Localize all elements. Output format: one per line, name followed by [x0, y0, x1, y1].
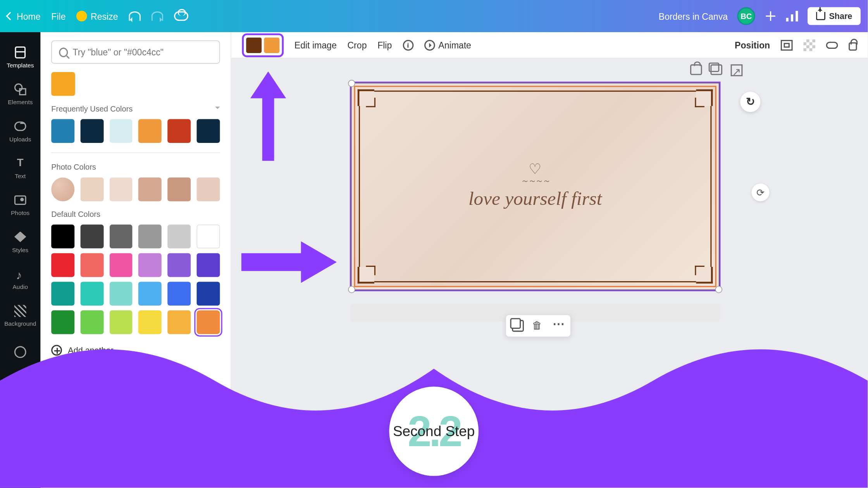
context-toolbar: Edit image Crop Flip i Animate Position — [231, 32, 868, 58]
add-collaborator-icon[interactable] — [765, 10, 777, 22]
flip-button[interactable]: Flip — [377, 40, 392, 50]
default-color-swatch[interactable] — [168, 310, 191, 334]
rail-templates[interactable]: Templates — [0, 38, 41, 75]
photo-color-swatch[interactable] — [51, 177, 74, 201]
freq-color-swatch[interactable] — [139, 119, 162, 143]
crop-button[interactable]: Crop — [347, 40, 367, 50]
annotation-arrow-right — [236, 232, 343, 292]
resize-button[interactable]: Resize — [76, 11, 118, 22]
recent-swatch[interactable] — [51, 72, 75, 96]
rail-background[interactable]: Background — [0, 297, 41, 333]
share-button[interactable]: Share — [808, 7, 861, 25]
back-home-button[interactable]: Home — [7, 11, 40, 21]
default-color-swatch[interactable] — [80, 310, 103, 334]
photo-color-swatch[interactable] — [109, 177, 133, 201]
rail-audio[interactable]: Audio — [0, 260, 41, 297]
photo-color-swatch[interactable] — [168, 177, 191, 201]
document-title[interactable]: Borders in Canva — [659, 11, 728, 21]
design-canvas[interactable]: ♡ ～～～～ love yourself first — [350, 82, 720, 290]
undo-icon[interactable] — [129, 11, 141, 21]
notes-icon[interactable] — [241, 474, 250, 482]
default-color-swatch[interactable] — [51, 282, 74, 306]
resize-handle[interactable] — [715, 286, 722, 293]
default-color-swatch[interactable] — [197, 253, 220, 277]
flourish-icon: ～～～～ — [521, 176, 549, 187]
file-menu[interactable]: File — [51, 11, 65, 21]
elements-icon — [14, 83, 26, 95]
default-color-swatch[interactable] — [197, 225, 220, 249]
rail-uploads[interactable]: Uploads — [0, 112, 41, 149]
default-color-swatch[interactable] — [168, 253, 191, 277]
default-color-swatch[interactable] — [197, 310, 220, 334]
layers-icon[interactable] — [781, 40, 793, 50]
help-icon[interactable]: ? — [846, 472, 858, 484]
info-icon[interactable]: i — [403, 40, 413, 50]
sync-icon[interactable] — [751, 184, 769, 201]
photo-color-swatch[interactable] — [80, 177, 103, 201]
regenerate-icon[interactable] — [740, 92, 760, 112]
freq-color-swatch[interactable] — [51, 119, 74, 143]
default-color-swatch[interactable] — [168, 225, 191, 249]
freq-color-swatch[interactable] — [168, 119, 191, 143]
default-color-swatch[interactable] — [51, 310, 74, 334]
default-color-swatch[interactable] — [139, 225, 162, 249]
edit-image-button[interactable]: Edit image — [294, 40, 337, 50]
link-icon[interactable] — [826, 41, 838, 48]
photo-color-swatch[interactable] — [139, 177, 162, 201]
rail-photos[interactable]: Photos — [0, 186, 41, 223]
default-color-swatch[interactable] — [139, 310, 162, 334]
default-color-swatch[interactable] — [139, 253, 162, 277]
rail-text[interactable]: T Text — [0, 149, 41, 186]
page-duplicate-icon[interactable] — [710, 64, 722, 75]
insights-icon[interactable] — [786, 11, 798, 22]
fullscreen-icon[interactable] — [831, 473, 840, 483]
default-color-swatch[interactable] — [80, 282, 103, 306]
default-color-swatch[interactable] — [109, 253, 133, 277]
freq-color-swatch[interactable] — [80, 119, 103, 143]
default-color-swatch[interactable] — [109, 310, 133, 334]
freq-color-swatch[interactable] — [197, 119, 220, 143]
resize-handle[interactable] — [348, 80, 355, 87]
animate-button[interactable]: Animate — [424, 40, 471, 50]
default-color-swatch[interactable] — [109, 225, 133, 249]
step-badge: 2.2 Second Step — [389, 387, 479, 476]
lock-icon[interactable] — [849, 42, 857, 50]
trash-icon[interactable] — [532, 320, 544, 332]
rail-styles[interactable]: Styles — [0, 223, 41, 259]
default-color-swatch[interactable] — [51, 253, 74, 277]
default-color-swatch[interactable] — [139, 282, 162, 306]
page-export-icon[interactable] — [731, 64, 743, 75]
color-swatch-1[interactable] — [246, 37, 262, 53]
add-another-button[interactable]: Add another — [51, 345, 220, 356]
photo-color-swatch[interactable] — [197, 177, 220, 201]
default-color-swatch[interactable] — [197, 282, 220, 306]
more-icon — [14, 346, 26, 358]
cloud-save-icon[interactable] — [174, 11, 188, 21]
rail-elements[interactable]: Elements — [0, 75, 41, 112]
chevron-down-icon[interactable] — [215, 107, 220, 111]
page-unlock-icon[interactable] — [690, 64, 702, 75]
user-avatar[interactable]: BC — [737, 7, 755, 25]
transparency-icon[interactable] — [803, 39, 815, 51]
home-label: Home — [17, 11, 41, 21]
resize-handle[interactable] — [348, 286, 355, 293]
default-color-swatch[interactable] — [80, 253, 103, 277]
page-view-icon[interactable]: 1 — [814, 473, 825, 483]
freq-color-swatch[interactable] — [109, 119, 133, 143]
color-swatch-2[interactable] — [264, 37, 279, 53]
duplicate-icon[interactable] — [512, 320, 524, 332]
default-color-swatch[interactable] — [168, 282, 191, 306]
more-icon[interactable] — [553, 320, 565, 332]
rail-more[interactable] — [0, 333, 41, 370]
quote-text[interactable]: love yourself first — [351, 187, 718, 210]
redo-icon[interactable] — [152, 11, 164, 21]
default-color-swatch[interactable] — [80, 225, 103, 249]
notes-label[interactable]: Notes — [256, 473, 278, 483]
default-color-swatch[interactable] — [109, 282, 133, 306]
element-colors[interactable] — [242, 33, 284, 57]
search-input[interactable] — [73, 47, 212, 57]
default-color-swatch[interactable] — [51, 225, 74, 249]
photos-icon — [14, 195, 26, 205]
color-search[interactable] — [51, 41, 220, 64]
position-button[interactable]: Position — [735, 40, 770, 50]
